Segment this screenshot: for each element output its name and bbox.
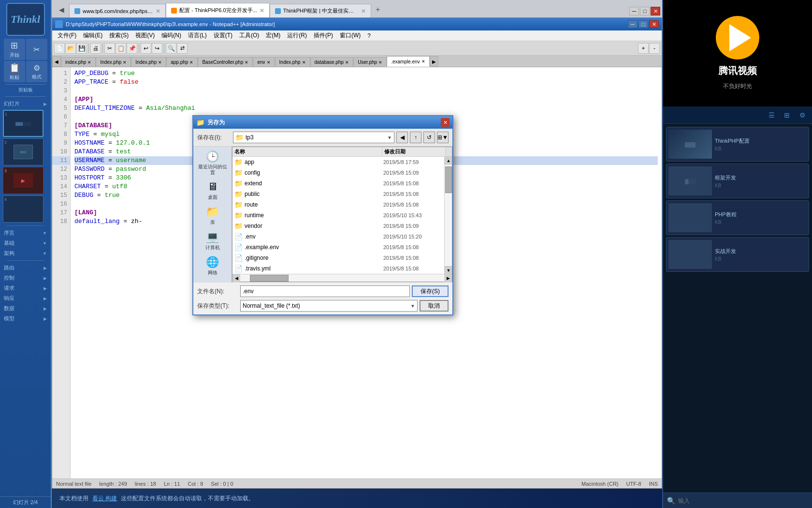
location-combo[interactable]: 📁 tp3 ▼ bbox=[233, 132, 394, 143]
cancel-button[interactable]: 取消 bbox=[420, 300, 449, 312]
section-shuju[interactable]: 数据▶ bbox=[2, 303, 49, 314]
scrollbar-thumb[interactable] bbox=[445, 166, 452, 193]
right-list-item-4[interactable]: 实战开发 KB bbox=[666, 237, 809, 272]
save-button[interactable]: 保存(S) bbox=[412, 285, 449, 297]
toolbar-new[interactable]: 📄 bbox=[54, 43, 65, 54]
file-row-travis[interactable]: 📄 .travis.yml 2019/5/8 15:08 bbox=[232, 263, 444, 274]
section-kongzhi[interactable]: 控制▶ bbox=[2, 273, 49, 283]
slide-thumb-3[interactable]: 3 ▶ bbox=[3, 167, 44, 194]
menu-plugin[interactable]: 插件(P) bbox=[310, 30, 336, 41]
toolbar-replace[interactable]: ⇄ bbox=[177, 43, 188, 54]
maximize-btn[interactable]: □ bbox=[640, 7, 650, 15]
toolbar-paste[interactable]: 📌 bbox=[127, 43, 137, 54]
close-browser-btn[interactable]: ✕ bbox=[651, 7, 660, 15]
file-tab-index3[interactable]: Index.php✕ bbox=[131, 57, 166, 67]
tab-1[interactable]: www.tp6.com/index.php/tpsh... ✕ bbox=[69, 4, 166, 17]
nav-refresh-btn[interactable]: ↺ bbox=[423, 132, 435, 143]
new-tab-btn[interactable]: + bbox=[371, 3, 385, 16]
dialog-close-btn[interactable]: ✕ bbox=[441, 118, 450, 127]
btn-format[interactable]: ⚙ 格式 bbox=[26, 61, 47, 82]
menu-edit[interactable]: 编辑(E) bbox=[80, 30, 106, 41]
nav-view-btn[interactable]: ⊞▼ bbox=[437, 132, 449, 143]
file-row-gitignore[interactable]: 📄 .gitignore 2019/5/8 15:08 bbox=[232, 253, 444, 263]
right-list-item-2[interactable]: ▓░░ 框架开发 KB bbox=[666, 164, 809, 198]
sidebar-recent[interactable]: 🕒 最近访问的位置 bbox=[196, 149, 229, 178]
file-tab-app[interactable]: app.php✕ bbox=[166, 57, 198, 67]
hscroll-right-btn[interactable]: ▶ bbox=[444, 274, 452, 282]
sidebar-desktop[interactable]: 🖥 桌面 bbox=[196, 179, 229, 203]
btn-cut[interactable]: ✂ bbox=[26, 39, 47, 60]
sidebar-computer[interactable]: 💻 计算机 bbox=[196, 229, 229, 253]
nav-up-btn[interactable]: ↑ bbox=[410, 132, 421, 143]
right-search-input[interactable] bbox=[678, 497, 808, 504]
notepad-minimize[interactable]: ─ bbox=[628, 20, 638, 28]
section-jiagou[interactable]: 架构▼ bbox=[2, 248, 49, 258]
minimize-btn[interactable]: ─ bbox=[629, 7, 639, 15]
file-row-env[interactable]: 📄 .env 2019/5/10 15:20 bbox=[232, 231, 444, 242]
section-huandengpian[interactable]: 幻灯片▶ bbox=[2, 99, 49, 109]
tab3-close[interactable]: ✕ bbox=[361, 8, 366, 15]
toolbar-find[interactable]: 🔍 bbox=[166, 43, 176, 54]
toolbar-print[interactable]: 🖨 bbox=[90, 43, 101, 54]
slide-thumb-1[interactable]: 1 ▓▓▓ ░░░ bbox=[3, 110, 44, 137]
scrollbar-down-btn[interactable]: ▼ bbox=[445, 266, 452, 274]
menu-window[interactable]: 窗口(W) bbox=[336, 30, 364, 41]
file-tab-env[interactable]: env✕ bbox=[253, 57, 275, 67]
hscroll-thumb[interactable] bbox=[250, 275, 289, 282]
tab-3[interactable]: ThinkPHP框架 | 中文最佳实践P... ✕ bbox=[270, 4, 371, 17]
file-row-extend[interactable]: 📁 extend 2019/5/8 15:08 bbox=[232, 178, 444, 189]
browser-back-btn[interactable]: ◀ bbox=[56, 4, 67, 15]
file-row-runtime[interactable]: 📁 runtime 2019/5/10 15:43 bbox=[232, 210, 444, 221]
right-list-item-1[interactable]: ▓▓▓ ThinkPHP配置 KB bbox=[666, 127, 809, 162]
toolbar-open[interactable]: 📂 bbox=[65, 43, 76, 54]
file-tab-prevnext[interactable]: ◀ bbox=[52, 56, 61, 67]
file-row-route[interactable]: 📁 route 2019/5/8 15:08 bbox=[232, 199, 444, 210]
file-tab-example-env[interactable]: .example.env✕ bbox=[387, 56, 429, 67]
right-btn-grid[interactable]: ⊞ bbox=[781, 109, 793, 121]
toolbar-redo[interactable]: ↪ bbox=[152, 43, 162, 54]
hscroll-left-btn[interactable]: ◀ bbox=[232, 274, 240, 282]
col-name[interactable]: 名称 bbox=[232, 147, 382, 156]
section-moxing[interactable]: 模型▶ bbox=[2, 314, 49, 324]
menu-lang[interactable]: 语言(L) bbox=[185, 30, 210, 41]
btn-paste[interactable]: 📋 粘贴 bbox=[4, 61, 25, 82]
filename-input[interactable] bbox=[240, 285, 410, 297]
file-row-app[interactable]: 📁 app 2019/5/8 17:59 bbox=[232, 157, 444, 167]
section-xiangy[interactable]: 响应▶ bbox=[2, 293, 49, 303]
toolbar-copy[interactable]: 📋 bbox=[116, 43, 126, 54]
file-tab-index2[interactable]: Index.php✕ bbox=[96, 57, 131, 67]
right-search-bar[interactable]: 🔍 bbox=[663, 493, 812, 508]
menu-macro[interactable]: 宏(M) bbox=[262, 30, 284, 41]
tab1-close[interactable]: ✕ bbox=[156, 8, 160, 15]
file-tab-base[interactable]: BaseController.php✕ bbox=[198, 57, 253, 67]
bottom-link[interactable]: 看云 构建 bbox=[92, 494, 117, 503]
toolbar-zoom-in[interactable]: + bbox=[638, 43, 649, 54]
file-tab-database[interactable]: database.php✕ bbox=[310, 57, 354, 67]
toolbar-undo[interactable]: ↩ bbox=[141, 43, 151, 54]
filetype-combo[interactable]: Normal_text_file (*.txt) ▼ bbox=[240, 300, 418, 312]
section-luyou[interactable]: 路由▶ bbox=[2, 263, 49, 273]
notepad-close[interactable]: ✕ bbox=[649, 20, 659, 28]
file-row-example-env[interactable]: 📄 .example.env 2019/5/8 15:08 bbox=[232, 242, 444, 253]
menu-encode[interactable]: 编码(N) bbox=[158, 30, 185, 41]
tab-2[interactable]: 配置 - ThinkPHP6.0完全开发手... ✕ bbox=[166, 3, 270, 17]
menu-file[interactable]: 文件(F) bbox=[54, 30, 80, 41]
scrollbar-up-btn[interactable]: ▲ bbox=[445, 157, 452, 164]
menu-view[interactable]: 视图(V) bbox=[132, 30, 158, 41]
section-qingqiu[interactable]: 请求▶ bbox=[2, 283, 49, 293]
section-jichu[interactable]: 基础▼ bbox=[2, 238, 49, 248]
menu-tools[interactable]: 工具(O) bbox=[236, 30, 262, 41]
file-row-vendor[interactable]: 📁 vendor 2019/5/8 15:09 bbox=[232, 221, 444, 231]
menu-search[interactable]: 搜索(S) bbox=[106, 30, 132, 41]
sidebar-library[interactable]: 📁 库 bbox=[196, 204, 229, 228]
toolbar-save[interactable]: 💾 bbox=[76, 43, 87, 54]
btn-kaishi[interactable]: ⊞ 开始 bbox=[4, 39, 25, 60]
menu-help[interactable]: ? bbox=[364, 31, 374, 40]
menu-run[interactable]: 运行(R) bbox=[284, 30, 310, 41]
file-tab-next[interactable]: ▶ bbox=[430, 56, 438, 67]
section-xuyan[interactable]: 序言▼ bbox=[2, 228, 49, 238]
nav-back-btn[interactable]: ◀ bbox=[396, 132, 408, 143]
right-btn-list[interactable]: ☰ bbox=[766, 109, 777, 121]
file-tab-index1[interactable]: index.php✕ bbox=[61, 57, 96, 67]
tab2-close[interactable]: ✕ bbox=[260, 7, 264, 14]
